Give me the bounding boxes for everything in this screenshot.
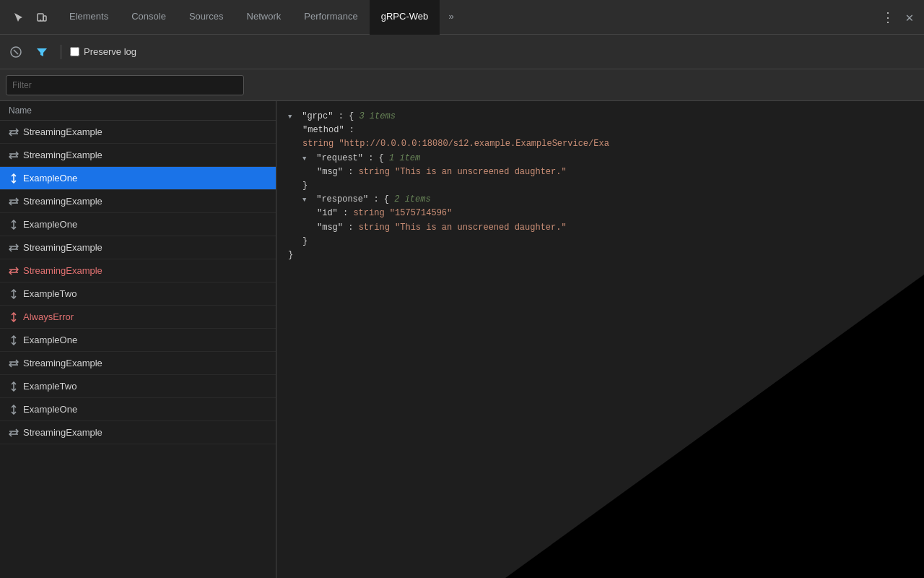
preserve-log-text: Preserve log [84, 46, 136, 57]
grpc-key: "grpc" [302, 111, 333, 121]
list-item-name: StreamingExample [23, 265, 103, 276]
filter-button[interactable] [32, 42, 52, 62]
preserve-log-checkbox[interactable] [70, 47, 79, 56]
grpc-root-line: "grpc" : { 3 items [288, 110, 912, 124]
stream-icon [9, 150, 19, 160]
method-line: "method" : [288, 124, 912, 137]
preserve-log-label[interactable]: Preserve log [70, 46, 136, 57]
list-item-name: StreamingExample [23, 150, 103, 160]
svg-rect-1 [43, 16, 46, 21]
device-icon[interactable] [32, 7, 52, 27]
list-item[interactable]: ExampleOne [0, 213, 276, 236]
more-tabs-button[interactable]: » [440, 6, 463, 29]
method-value: string "http://0.0.0.0:18080/s12.example… [302, 139, 609, 149]
list-item[interactable]: StreamingExample [0, 190, 276, 213]
method-value-line: string "http://0.0.0.0:18080/s12.example… [288, 137, 912, 151]
list-item[interactable]: StreamingExample [0, 352, 276, 375]
toolbar-divider [61, 45, 61, 59]
filter-input[interactable] [6, 75, 244, 95]
tab-elements[interactable]: Elements [58, 0, 120, 35]
list-item[interactable]: StreamingExample [0, 121, 276, 144]
grpc-expand-icon[interactable] [288, 110, 297, 124]
unary-icon [9, 335, 19, 345]
request-meta: 1 item [389, 153, 420, 163]
stream-icon [9, 197, 19, 207]
list-item-name: StreamingExample [23, 126, 103, 137]
unary-icon [9, 173, 19, 184]
tab-bar: Elements Console Sources Network Perform… [0, 0, 924, 35]
msg2-line: "msg" : string "This is an unscreened da… [288, 221, 912, 235]
triangle-overlay [505, 275, 924, 578]
list-item-name: ExampleOne [23, 335, 77, 345]
response-key: "response" [316, 194, 368, 204]
list-item-name: ExampleOne [23, 219, 77, 230]
svg-line-4 [14, 50, 18, 54]
list-item[interactable]: ExampleTwo [0, 282, 276, 306]
unary-icon [9, 220, 19, 230]
filter-row [0, 69, 924, 101]
request-root-line: "request" : { 1 item [288, 152, 912, 165]
list-item[interactable]: ExampleOne [0, 167, 276, 190]
list-item[interactable]: ExampleTwo [0, 375, 276, 398]
msg2-key: "msg" [317, 223, 343, 233]
msg2-value: string "This is an unscreened daughter." [359, 223, 567, 233]
right-panel: "grpc" : { 3 items "method" : string "ht… [276, 101, 924, 578]
devtools-icons [3, 7, 58, 27]
response-meta: 2 items [394, 194, 430, 204]
list-item-name: ExampleTwo [23, 381, 77, 392]
more-options-icon[interactable]: ⋮ [878, 7, 898, 27]
tab-performance[interactable]: Performance [292, 0, 369, 35]
list-item-name: StreamingExample [23, 196, 103, 207]
unary-icon [9, 381, 19, 392]
id-value: string "1575714596" [353, 208, 452, 218]
request-expand-icon[interactable] [302, 152, 311, 165]
list-item-name: ExampleOne [23, 404, 77, 415]
stream-icon [9, 127, 19, 137]
grpc-close-line: } [288, 249, 912, 262]
list-item[interactable]: StreamingExample [0, 421, 276, 444]
stream-icon [9, 428, 19, 438]
list-item-name: StreamingExample [23, 242, 103, 253]
response-root-line: "response" : { 2 items [288, 193, 912, 207]
main-area: Name StreamingExample StreamingExample E… [0, 101, 924, 578]
request-close-line: } [288, 179, 912, 193]
list-item-name: StreamingExample [23, 358, 103, 368]
list-item[interactable]: ExampleOne [0, 329, 276, 352]
tab-network[interactable]: Network [235, 0, 293, 35]
response-close-line: } [288, 235, 912, 249]
list-item-name: ExampleTwo [23, 288, 77, 299]
list-item[interactable]: AlwaysError [0, 306, 276, 329]
tab-grpc[interactable]: gRPC-Web [370, 0, 440, 35]
response-expand-icon[interactable] [302, 193, 311, 207]
clear-button[interactable] [6, 42, 26, 62]
list-item-name: StreamingExample [23, 427, 103, 438]
id-key: "id" [317, 208, 338, 218]
list-item[interactable]: StreamingExample [0, 144, 276, 167]
id-line: "id" : string "1575714596" [288, 207, 912, 220]
unary-icon [9, 312, 19, 322]
name-column-header: Name [0, 101, 276, 121]
unary-icon [9, 405, 19, 415]
msg-line: "msg" : string "This is an unscreened da… [288, 165, 912, 179]
request-key: "request" [316, 153, 363, 163]
msg-value: string "This is an unscreened daughter." [359, 167, 567, 177]
stream-icon [9, 358, 19, 368]
list-item[interactable]: StreamingExample [0, 236, 276, 259]
stream-icon [9, 266, 19, 276]
close-devtools-button[interactable]: ✕ [898, 6, 921, 29]
tab-sources[interactable]: Sources [178, 0, 235, 35]
list-item[interactable]: ExampleOne [0, 398, 276, 421]
toolbar: Preserve log [0, 35, 924, 69]
tab-console[interactable]: Console [120, 0, 178, 35]
method-key: "method" [302, 125, 344, 135]
list-item-name: ExampleOne [23, 173, 77, 184]
cursor-icon[interactable] [9, 7, 29, 27]
left-panel: Name StreamingExample StreamingExample E… [0, 101, 276, 578]
msg-key: "msg" [317, 167, 343, 177]
stream-icon [9, 243, 19, 253]
request-list: StreamingExample StreamingExample Exampl… [0, 121, 276, 444]
grpc-meta: 3 items [359, 111, 395, 121]
unary-icon [9, 289, 19, 299]
list-item-name: AlwaysError [23, 311, 74, 322]
list-item[interactable]: StreamingExample [0, 259, 276, 282]
